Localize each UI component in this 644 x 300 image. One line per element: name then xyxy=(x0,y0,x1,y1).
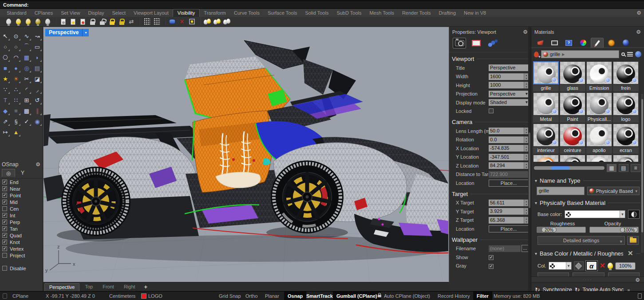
panel-splitter[interactable]: ···· ⚙ xyxy=(531,276,644,283)
unisolate-icon[interactable]: ✕ xyxy=(177,17,187,26)
title-field[interactable]: Perspective xyxy=(489,64,529,71)
y-location-field[interactable]: -347.501 xyxy=(489,154,529,160)
filename-field[interactable]: (none) xyxy=(489,245,521,252)
y-target-field[interactable]: 3.929 xyxy=(489,208,529,215)
base-color-metallic-header[interactable]: ▾ Base Color / Metallic / Roughness ✕ xyxy=(531,246,644,259)
menu-tab[interactable]: Transform xyxy=(200,9,230,17)
arc-tool[interactable]: ◠ xyxy=(11,52,21,63)
menu-icon[interactable] xyxy=(627,52,633,56)
detail-view-button[interactable]: ≡ xyxy=(631,164,640,172)
list-view-button[interactable]: ▤ xyxy=(619,164,628,172)
status-item[interactable]: X -99.71 Y -280.49 Z 0 xyxy=(46,292,95,300)
menu-tab[interactable]: Display xyxy=(84,9,108,17)
box-tool[interactable]: ■ xyxy=(0,63,11,73)
split-tool[interactable]: ◪ xyxy=(32,73,43,84)
point-tool[interactable]: ⊙ xyxy=(11,31,21,41)
text-tool[interactable]: T xyxy=(0,95,11,105)
material-tile[interactable]: Emission xyxy=(586,61,612,92)
bulb-pair-2-icon[interactable] xyxy=(212,17,222,26)
doc-state-icon[interactable] xyxy=(78,17,87,26)
alpha-button[interactable]: α xyxy=(586,261,597,271)
status-left-icon[interactable] xyxy=(3,293,7,299)
osnap-item[interactable]: Knot xyxy=(0,239,43,245)
osnap-item[interactable]: Perp xyxy=(0,219,43,225)
status-item[interactable]: Osnap xyxy=(284,292,306,300)
ungroup-tool[interactable]: ∴ xyxy=(11,84,21,95)
curve-through-points-tool[interactable]: ↝ xyxy=(32,31,43,41)
new-viewport-tab-button[interactable]: + xyxy=(141,284,151,290)
grid-view-button[interactable]: ▦ xyxy=(607,164,616,172)
color-wheel-tab[interactable] xyxy=(577,38,589,48)
material-name-field[interactable]: grille ▶ xyxy=(541,50,619,58)
render-dots-mode[interactable] xyxy=(486,38,500,48)
osnap-item[interactable]: Tan xyxy=(0,225,43,232)
status-item[interactable]: Auto CPlane (Object) xyxy=(378,292,430,300)
channel-color-swatch[interactable]: ▾ xyxy=(549,262,572,270)
fence-array-tool[interactable]: ≡ xyxy=(11,105,21,116)
viewport-tab[interactable]: Right xyxy=(119,283,140,291)
physically-based-header[interactable]: ▾ Physically Based Material xyxy=(531,196,644,208)
status-item[interactable]: Grid Snap xyxy=(219,292,241,300)
material-tile[interactable]: glass xyxy=(560,61,585,92)
lens-field[interactable]: 50.0 xyxy=(489,128,529,134)
trim-tool[interactable]: ✂ xyxy=(21,73,32,84)
z-target-field[interactable]: 65.368 xyxy=(489,217,529,224)
lock-swap-icon[interactable] xyxy=(117,17,126,26)
layer-state-b-icon[interactable] xyxy=(152,17,162,26)
menu-tab[interactable]: Set View xyxy=(57,9,84,17)
status-item[interactable]: Centimeters xyxy=(109,292,135,300)
texture-toggle-button[interactable] xyxy=(628,210,640,219)
materials-library-tab[interactable] xyxy=(534,38,547,48)
status-item[interactable]: LOGO xyxy=(141,292,162,300)
isolate-object-icon[interactable] xyxy=(167,17,177,26)
show-checkbox[interactable] xyxy=(489,255,494,260)
display-tab[interactable] xyxy=(548,38,561,48)
status-item[interactable]: CPlane xyxy=(12,292,28,300)
points-on-tool[interactable]: ∷ xyxy=(11,95,21,105)
material-tile[interactable]: apollo xyxy=(586,124,612,154)
patch-surface-tool[interactable]: ▦ xyxy=(21,52,32,63)
add-material-icon[interactable] xyxy=(534,52,539,57)
osnap-checkbox[interactable] xyxy=(2,206,7,211)
status-item[interactable]: Ortho xyxy=(245,292,258,300)
polyline-tool[interactable]: ⌒ xyxy=(21,41,32,52)
control-point-curve-tool[interactable]: ∿ xyxy=(21,31,32,41)
material-tile-partial[interactable] xyxy=(533,155,559,162)
menu-tab[interactable]: SubD Tools xyxy=(332,9,365,17)
material-tile[interactable]: ecran xyxy=(613,124,639,154)
bulb-pair-1-icon[interactable] xyxy=(202,17,212,26)
cap-tool[interactable]: ◉ xyxy=(32,116,43,127)
sun-tab[interactable] xyxy=(605,38,618,48)
menu-tab[interactable]: Drafting xyxy=(435,9,460,17)
open-settings-button[interactable] xyxy=(627,236,639,245)
material-tile-partial[interactable] xyxy=(560,155,585,162)
explode-star-tool[interactable]: ★ xyxy=(0,73,11,84)
show-selected-bulb[interactable] xyxy=(23,17,33,26)
osnap-item[interactable]: Point xyxy=(0,192,43,199)
close-icon[interactable]: ✕ xyxy=(628,249,633,257)
properties-gear-icon[interactable]: ⚙ xyxy=(523,29,528,35)
circle-tool[interactable]: ○ xyxy=(0,41,11,52)
status-item[interactable]: Planar xyxy=(265,292,279,300)
toolbar-gear-icon[interactable]: ⚙ xyxy=(636,10,641,16)
osnap-checkbox[interactable] xyxy=(2,240,7,244)
osnap-disable-checkbox[interactable] xyxy=(2,266,7,271)
map-tool[interactable]: ↦ xyxy=(0,127,11,137)
osnap-item[interactable]: Project xyxy=(0,252,43,259)
properties-scrollbar[interactable] xyxy=(528,27,531,291)
menu-tab[interactable]: Surface Tools xyxy=(264,9,301,17)
swap-hidden-bulb[interactable] xyxy=(33,17,43,26)
perspective-viewport[interactable]: z x y Perspective ▾ xyxy=(43,27,449,282)
select-tool[interactable]: ↖ xyxy=(0,31,11,41)
osnap-checkbox[interactable] xyxy=(2,226,7,231)
osnap-checkbox[interactable] xyxy=(2,253,7,258)
name-and-type-header[interactable]: ▾ Name and Type xyxy=(531,174,644,186)
menu-tab[interactable]: Mesh Tools xyxy=(365,9,398,17)
osnap-checkbox[interactable] xyxy=(2,213,7,218)
gray-checkbox[interactable] xyxy=(489,264,494,269)
material-tile-partial[interactable] xyxy=(613,155,639,162)
section-tool[interactable]: § xyxy=(11,116,21,127)
isolate-lock-icon[interactable] xyxy=(187,17,197,26)
unlock-objects-icon[interactable] xyxy=(97,17,107,26)
help-box-tab[interactable] xyxy=(562,38,575,48)
